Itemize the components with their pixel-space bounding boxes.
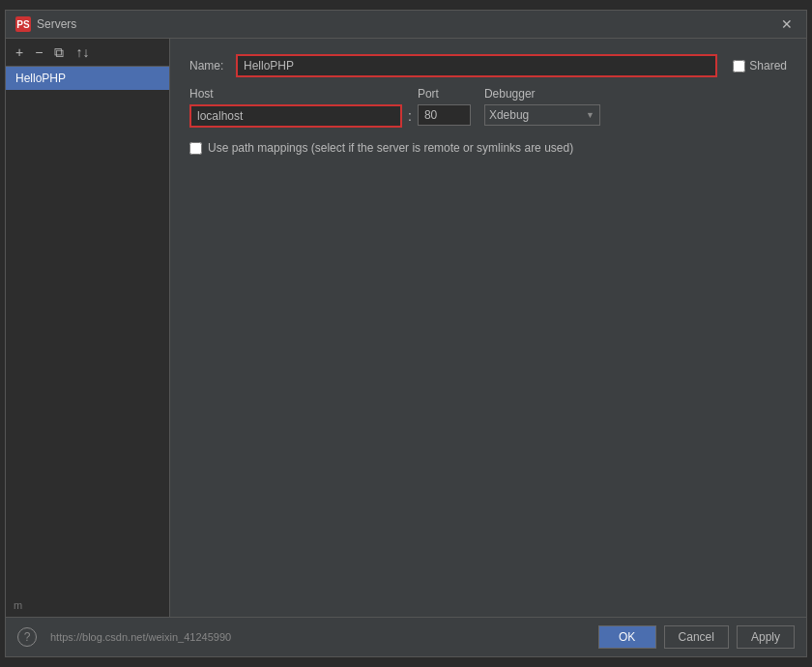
port-label: Port <box>418 87 471 101</box>
host-input[interactable] <box>189 104 402 128</box>
shared-checkbox[interactable] <box>733 60 745 72</box>
list-item[interactable]: HelloPHP <box>6 67 169 90</box>
content-spacer <box>189 164 787 601</box>
shared-label: Shared <box>749 59 787 72</box>
debugger-label: Debugger <box>484 87 600 101</box>
apply-button[interactable]: Apply <box>737 625 795 649</box>
title-bar: PS Servers ✕ <box>6 11 806 39</box>
server-list: HelloPHP <box>6 67 169 594</box>
debugger-group: Debugger Xdebug Zend Debugger <box>484 87 600 126</box>
colon-separator: : <box>402 108 418 128</box>
name-input[interactable] <box>236 54 717 77</box>
name-row: Name: Shared <box>189 54 787 77</box>
copy-server-button[interactable]: ⧉ <box>50 44 68 61</box>
debugger-select[interactable]: Xdebug Zend Debugger <box>484 104 600 126</box>
port-input[interactable] <box>418 104 471 126</box>
dialog-content: + − ⧉ ↑↓ HelloPHP m Name: Shared <box>6 39 806 617</box>
main-panel: Name: Shared Host : Port <box>170 39 806 617</box>
port-debugger-group: Port Debugger Xdebug Zend Debugger <box>418 87 600 126</box>
sidebar-toolbar: + − ⧉ ↑↓ <box>6 39 169 67</box>
debugger-wrapper: Xdebug Zend Debugger <box>484 104 600 126</box>
url-text: https://blog.csdn.net/weixin_41245990 <box>50 631 231 643</box>
bottom-left: ? https://blog.csdn.net/weixin_41245990 <box>17 627 231 647</box>
sidebar: + − ⧉ ↑↓ HelloPHP m <box>6 39 170 617</box>
port-group: Port <box>418 87 471 126</box>
move-server-button[interactable]: ↑↓ <box>72 44 93 61</box>
path-mapping-label: Use path mappings (select if the server … <box>208 141 573 155</box>
servers-dialog: PS Servers ✕ + − ⧉ ↑↓ HelloPHP m Name: <box>5 10 807 657</box>
path-mapping-checkbox[interactable] <box>189 142 202 155</box>
help-button[interactable]: ? <box>17 627 37 647</box>
sidebar-hint: m <box>6 594 169 617</box>
bottom-right: OK Cancel Apply <box>598 625 795 649</box>
add-server-button[interactable]: + <box>12 44 27 61</box>
shared-area: Shared <box>733 59 787 72</box>
ok-button[interactable]: OK <box>598 625 656 649</box>
name-label: Name: <box>189 59 228 72</box>
host-label: Host <box>189 87 402 101</box>
close-button[interactable]: ✕ <box>777 16 797 32</box>
host-port-row: Host : Port Debugger Xdebug Ze <box>189 87 787 128</box>
bottom-bar: ? https://blog.csdn.net/weixin_41245990 … <box>6 617 806 656</box>
name-label-text: Name: <box>189 59 223 72</box>
title-bar-left: PS Servers <box>15 16 76 32</box>
dialog-title: Servers <box>37 17 76 31</box>
app-icon: PS <box>15 16 31 32</box>
remove-server-button[interactable]: − <box>31 44 46 61</box>
path-mapping-row: Use path mappings (select if the server … <box>189 141 787 155</box>
host-group: Host <box>189 87 402 128</box>
cancel-button[interactable]: Cancel <box>664 625 729 649</box>
